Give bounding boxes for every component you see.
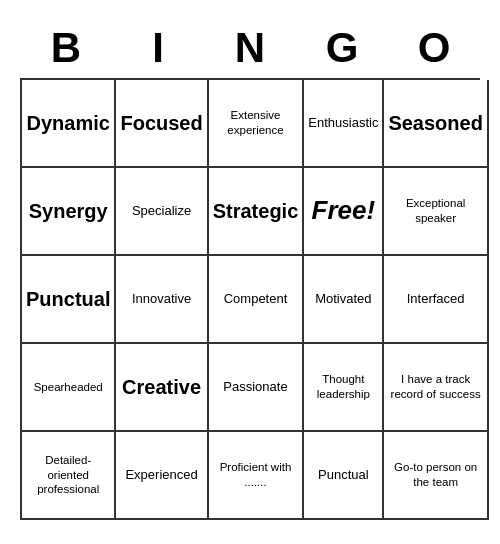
cell-r2-c0: Punctual bbox=[22, 256, 116, 344]
cell-r4-c1: Experienced bbox=[116, 432, 208, 520]
cell-r3-c2: Passionate bbox=[209, 344, 305, 432]
cell-r2-c2: Competent bbox=[209, 256, 305, 344]
cell-r0-c2: Extensive experience bbox=[209, 80, 305, 168]
cell-r1-c1: Specialize bbox=[116, 168, 208, 256]
cell-r3-c1: Creative bbox=[116, 344, 208, 432]
cell-r2-c3: Motivated bbox=[304, 256, 384, 344]
bingo-letter-b: B bbox=[22, 24, 110, 72]
bingo-letter-n: N bbox=[206, 24, 294, 72]
cell-r2-c4: Interfaced bbox=[384, 256, 488, 344]
cell-r4-c3: Punctual bbox=[304, 432, 384, 520]
bingo-grid: DynamicFocusedExtensive experienceEnthus… bbox=[20, 78, 480, 520]
cell-r0-c1: Focused bbox=[116, 80, 208, 168]
cell-r2-c1: Innovative bbox=[116, 256, 208, 344]
cell-r1-c2: Strategic bbox=[209, 168, 305, 256]
bingo-letter-g: G bbox=[298, 24, 386, 72]
cell-r0-c0: Dynamic bbox=[22, 80, 116, 168]
bingo-header: BINGO bbox=[20, 24, 480, 72]
cell-r0-c3: Enthusiastic bbox=[304, 80, 384, 168]
cell-r3-c4: I have a track record of success bbox=[384, 344, 488, 432]
cell-r3-c0: Spearheaded bbox=[22, 344, 116, 432]
cell-r3-c3: Thought leadership bbox=[304, 344, 384, 432]
cell-r1-c3: Free! bbox=[304, 168, 384, 256]
bingo-letter-i: I bbox=[114, 24, 202, 72]
cell-r0-c4: Seasoned bbox=[384, 80, 488, 168]
cell-r1-c0: Synergy bbox=[22, 168, 116, 256]
cell-r4-c4: Go-to person on the team bbox=[384, 432, 488, 520]
cell-r4-c0: Detailed-oriented professional bbox=[22, 432, 116, 520]
cell-r4-c2: Proficient with ....... bbox=[209, 432, 305, 520]
cell-r1-c4: Exceptional speaker bbox=[384, 168, 488, 256]
bingo-letter-o: O bbox=[390, 24, 478, 72]
bingo-card: BINGO DynamicFocusedExtensive experience… bbox=[10, 14, 490, 530]
